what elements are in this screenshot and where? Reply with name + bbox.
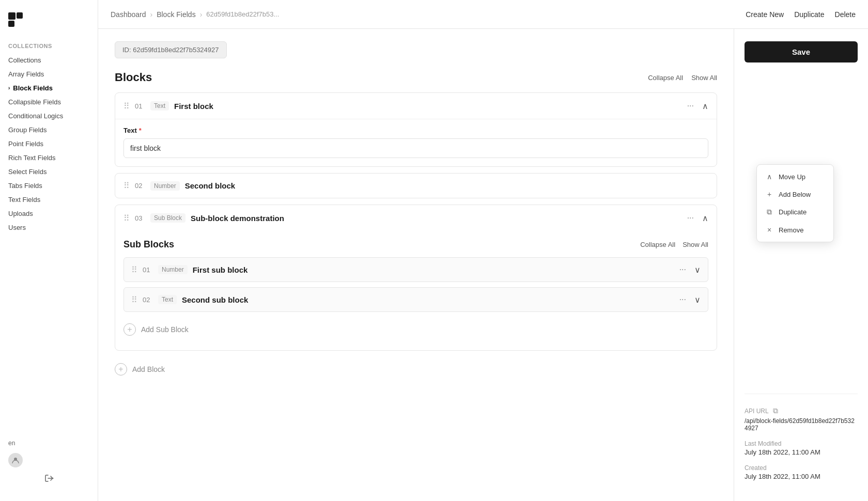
sub-block-toggle-2[interactable]: ∨	[694, 295, 701, 305]
block-menu-button-3[interactable]: ···	[684, 212, 697, 224]
sub-drag-handle-2[interactable]: ⠿	[131, 295, 137, 305]
sidebar-item-label: Collapsible Fields	[8, 98, 61, 106]
sidebar-item-collapsible-fields[interactable]: Collapsible Fields	[0, 95, 98, 109]
sidebar-item-label: Collections	[8, 56, 41, 64]
collapse-all-button[interactable]: Collapse All	[648, 74, 683, 82]
api-url-label: API URL	[745, 408, 769, 415]
block-header-1[interactable]: ⠿ 01 Text First block ··· ∧	[115, 93, 717, 119]
main-area: Dashboard › Block Fields › 62d59fd1b8ed2…	[98, 0, 868, 501]
block-header-3[interactable]: ⠿ 03 Sub Block Sub-block demonstration ·…	[115, 205, 717, 231]
breadcrumb-home[interactable]: Dashboard	[111, 10, 146, 19]
sidebar-item-conditional-logics[interactable]: Conditional Logics	[0, 109, 98, 123]
block-num-2: 02	[135, 182, 145, 190]
sidebar-item-collections[interactable]: Collections	[0, 53, 98, 67]
block-item-2: ⠿ 02 Number Second block	[115, 173, 717, 198]
block-name-1: First block	[174, 102, 679, 111]
sidebar-item-label: Block Fields	[13, 84, 53, 92]
sub-collapse-all-button[interactable]: Collapse All	[640, 241, 675, 248]
block-num-3: 03	[135, 214, 145, 222]
logout-button[interactable]	[8, 474, 89, 484]
show-all-button[interactable]: Show All	[691, 74, 717, 82]
context-menu-remove[interactable]: × Remove	[757, 221, 833, 239]
block-toggle-1[interactable]: ∧	[702, 101, 708, 111]
id-bar: ID: 62d59fd1b8ed22f7b5324927	[115, 41, 227, 58]
sidebar-item-label: Point Fields	[8, 140, 43, 148]
topbar-actions: Create New Duplicate Delete	[746, 10, 856, 19]
sub-section-actions: Collapse All Show All	[640, 241, 708, 248]
sub-block-header-2[interactable]: ⠿ 02 Text Second sub block ··· ∨	[124, 288, 708, 311]
block-num-1: 01	[135, 102, 145, 110]
sub-drag-handle-1[interactable]: ⠿	[131, 265, 137, 275]
chevron-icon: ›	[8, 85, 10, 91]
add-sub-block-label: Add Sub Block	[141, 325, 189, 334]
text-field-input[interactable]	[123, 138, 708, 158]
duplicate-icon: ⧉	[765, 208, 773, 216]
field-label-text: Text *	[123, 127, 708, 134]
sidebar-item-label: Text Fields	[8, 196, 40, 203]
block-header-2[interactable]: ⠿ 02 Number Second block	[115, 174, 717, 198]
breadcrumb-current: 62d59fd1b8ed22f7b53...	[206, 10, 279, 18]
block-menu-button-1[interactable]: ···	[684, 100, 697, 112]
last-modified-value: July 18th 2022, 11:00 AM	[745, 448, 858, 456]
block-item-3: ⠿ 03 Sub Block Sub-block demonstration ·…	[115, 205, 717, 351]
user-avatar-button[interactable]	[8, 453, 23, 467]
sub-block-header-1[interactable]: ⠿ 01 Number First sub block ··· ∨	[124, 258, 708, 281]
sidebar-item-label: Uploads	[8, 210, 33, 217]
duplicate-button[interactable]: Duplicate	[794, 10, 824, 19]
field-required-indicator: *	[139, 127, 142, 134]
created-value: July 18th 2022, 11:00 AM	[745, 473, 858, 480]
block-toggle-3[interactable]: ∧	[702, 213, 708, 223]
sidebar-item-rich-text-fields[interactable]: Rich Text Fields	[0, 151, 98, 165]
sub-block-type-1: Number	[158, 265, 188, 274]
sub-block-menu-2[interactable]: ···	[676, 294, 689, 305]
sidebar-item-tabs-fields[interactable]: Tabs Fields	[0, 179, 98, 193]
sidebar-item-block-fields[interactable]: › Block Fields	[0, 81, 98, 95]
svg-rect-0	[8, 12, 16, 20]
sidebar-item-point-fields[interactable]: Point Fields	[0, 137, 98, 151]
drag-handle-3[interactable]: ⠿	[123, 213, 130, 223]
drag-handle-1[interactable]: ⠿	[123, 101, 130, 111]
sidebar-item-group-fields[interactable]: Group Fields	[0, 123, 98, 137]
sidebar-item-label: Tabs Fields	[8, 182, 42, 190]
sidebar-item-uploads[interactable]: Uploads	[0, 207, 98, 221]
copy-icon[interactable]: ⧉	[773, 406, 778, 415]
sub-block-name-2: Second sub block	[182, 295, 671, 304]
sidebar-item-text-fields[interactable]: Text Fields	[0, 193, 98, 207]
breadcrumb: Dashboard › Block Fields › 62d59fd1b8ed2…	[111, 10, 279, 19]
save-button[interactable]: Save	[745, 41, 858, 62]
sidebar-item-array-fields[interactable]: Array Fields	[0, 67, 98, 81]
add-sub-block-row[interactable]: + Add Sub Block	[123, 317, 708, 342]
create-new-button[interactable]: Create New	[746, 10, 784, 19]
blocks-section-title: Blocks	[115, 71, 152, 84]
sidebar-item-label: Conditional Logics	[8, 112, 63, 120]
field-label-text-text: Text	[123, 127, 137, 134]
sidebar-collections-label: Collections	[0, 41, 98, 53]
block-type-1: Text	[150, 101, 169, 111]
block-item-1: ⠿ 01 Text First block ··· ∧ Text *	[115, 92, 717, 167]
block-type-3: Sub Block	[150, 213, 185, 223]
context-menu: ∧ Move Up + Add Below ⧉ Duplicate × Remo…	[756, 164, 834, 242]
sidebar-item-users[interactable]: Users	[0, 221, 98, 234]
delete-button[interactable]: Delete	[835, 10, 856, 19]
sidebar-item-select-fields[interactable]: Select Fields	[0, 165, 98, 179]
context-menu-duplicate[interactable]: ⧉ Duplicate	[757, 203, 833, 221]
block-name-2: Second block	[185, 181, 708, 190]
svg-rect-1	[17, 12, 23, 19]
sub-block-toggle-1[interactable]: ∨	[694, 265, 701, 275]
sidebar-item-label: Rich Text Fields	[8, 154, 56, 162]
drag-handle-2[interactable]: ⠿	[123, 181, 130, 191]
context-menu-add-below[interactable]: + Add Below	[757, 185, 833, 203]
sub-block-menu-1[interactable]: ···	[676, 264, 689, 275]
api-url-value: /api/block-fields/62d59fd1b8ed22f7b53249…	[745, 417, 858, 432]
topbar: Dashboard › Block Fields › 62d59fd1b8ed2…	[98, 0, 868, 29]
add-block-icon: +	[115, 363, 127, 375]
breadcrumb-parent[interactable]: Block Fields	[157, 10, 195, 19]
block-type-2: Number	[150, 181, 180, 191]
sub-show-all-button[interactable]: Show All	[683, 241, 708, 248]
breadcrumb-sep1: ›	[150, 10, 153, 19]
context-menu-duplicate-label: Duplicate	[779, 208, 807, 216]
add-block-row[interactable]: + Add Block	[115, 357, 717, 382]
sub-block-type-2: Text	[158, 295, 177, 304]
context-menu-move-up[interactable]: ∧ Move Up	[757, 168, 833, 185]
sidebar-item-label: Array Fields	[8, 70, 44, 78]
